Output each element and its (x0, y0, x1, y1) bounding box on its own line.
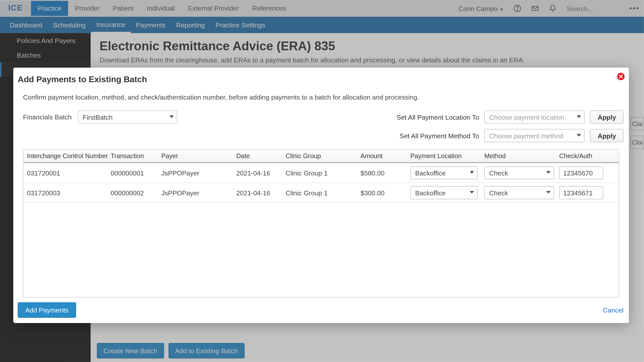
row-check-auth-input[interactable] (559, 166, 603, 179)
set-all-location-select[interactable]: Choose payment location (485, 111, 585, 124)
cell-date: 2021-04-16 (236, 189, 286, 197)
row-location-select[interactable]: Backoffice (410, 166, 477, 179)
payments-table: Interchange Control Number Transaction P… (23, 149, 619, 297)
table-row: 031720001 000000001 JsPPOPayer 2021-04-1… (23, 163, 619, 183)
cell-transaction: 000000002 (111, 189, 161, 197)
col-payment-location: Payment Location (410, 153, 484, 160)
caret-down-icon (470, 171, 474, 174)
col-payer: Payer (161, 153, 236, 160)
caret-down-icon (577, 134, 581, 137)
table-row: 031720003 000000002 JsPPOPayer 2021-04-1… (23, 183, 619, 203)
close-icon[interactable] (617, 72, 625, 81)
cell-clinic-group: Clinic Group 1 (286, 189, 360, 197)
row-check-auth-input[interactable] (559, 186, 603, 199)
apply-location-button[interactable]: Apply (590, 111, 624, 124)
col-transaction: Transaction (111, 153, 161, 160)
apply-method-button[interactable]: Apply (590, 129, 624, 142)
col-clinic-group: Clinic Group (286, 153, 360, 160)
caret-down-icon (546, 171, 551, 174)
cell-clinic-group: Clinic Group 1 (286, 169, 360, 176)
cell-date: 2021-04-16 (236, 169, 286, 176)
add-payments-button[interactable]: Add Payments (18, 302, 76, 318)
set-all-location-label: Set All Payment Location To (397, 113, 479, 121)
financials-batch-label: Financials Batch (23, 111, 71, 121)
caret-down-icon (577, 115, 581, 118)
modal-desc: Confirm payment location, method, and ch… (23, 93, 623, 101)
cell-amount: $300.00 (360, 189, 410, 197)
caret-down-icon (470, 191, 474, 194)
cell-icn: 031720003 (23, 189, 111, 197)
row-method-select[interactable]: Check (484, 166, 554, 179)
col-date: Date (236, 153, 286, 160)
modal-title: Add Payments to Existing Batch (18, 75, 623, 84)
caret-down-icon (546, 191, 551, 194)
cell-transaction: 000000001 (111, 169, 161, 176)
col-amount: Amount (360, 153, 410, 160)
cell-payer: JsPPOPayer (161, 169, 236, 176)
set-all-method-label: Set All Payment Method To (399, 132, 479, 140)
col-method: Method (484, 153, 559, 160)
row-location-select[interactable]: Backoffice (410, 186, 477, 199)
col-check-auth: Check/Auth (559, 153, 619, 160)
add-payments-modal: Add Payments to Existing Batch Confirm p… (13, 68, 629, 323)
caret-down-icon (169, 115, 174, 118)
row-method-select[interactable]: Check (484, 186, 554, 199)
col-icn: Interchange Control Number (23, 153, 111, 160)
financials-batch-select[interactable]: FirstBatch (78, 111, 178, 124)
table-header: Interchange Control Number Transaction P… (23, 150, 619, 163)
cancel-link[interactable]: Cancel (603, 306, 624, 314)
cell-payer: JsPPOPayer (161, 189, 236, 197)
cell-amount: $580.00 (360, 169, 410, 176)
set-all-method-select[interactable]: Choose payment method (485, 129, 585, 142)
cell-icn: 031720001 (23, 169, 111, 176)
